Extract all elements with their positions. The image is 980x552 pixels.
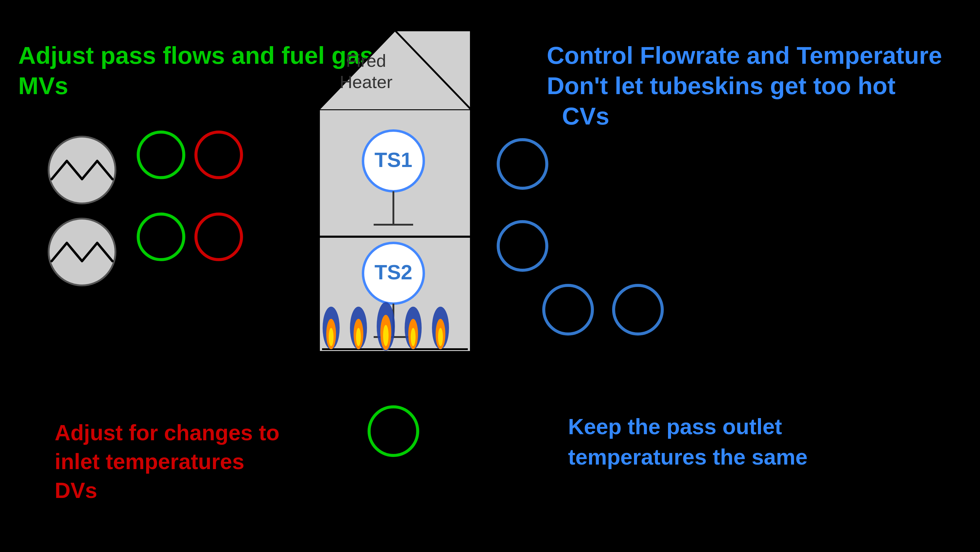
svg-point-32	[438, 328, 443, 346]
svg-point-29	[411, 328, 415, 346]
svg-point-20	[329, 328, 334, 346]
pass-outlet-line2: temperatures the same	[568, 445, 807, 469]
heater-label-line2: Heater	[340, 72, 393, 92]
dv-subtitle: DVs	[55, 478, 97, 503]
dv-line1: Adjust for changes to	[55, 420, 280, 445]
cv-line1: Control Flowrate and Temperature	[547, 42, 942, 69]
dv-line2: inlet temperatures	[55, 449, 244, 474]
svg-point-23	[356, 328, 361, 346]
heater-label-line1: Fired	[346, 51, 386, 70]
cv-subtitle: CVs	[562, 103, 609, 130]
mv-subtitle: MVs	[18, 72, 68, 99]
ts2-label: TS2	[375, 260, 412, 284]
svg-point-26	[383, 325, 388, 346]
mv-title-line1: Adjust pass flows and fuel gas	[18, 42, 373, 69]
cv-line2: Don't let tubeskins get too hot	[547, 72, 896, 99]
ts1-label: TS1	[375, 148, 412, 171]
pass-outlet-line1: Keep the pass outlet	[568, 414, 782, 439]
